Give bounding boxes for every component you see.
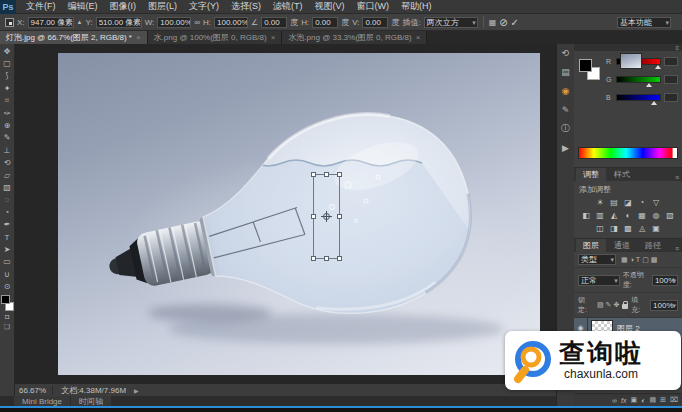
- tool-type[interactable]: T: [0, 231, 14, 243]
- layer-filter-icon[interactable]: ▦: [621, 256, 628, 264]
- quick-mask-button[interactable]: ◘: [0, 311, 14, 322]
- layers-panel-menu-icon[interactable]: ≡: [675, 245, 682, 252]
- angle-input[interactable]: 0.00: [261, 17, 287, 28]
- lock-icon[interactable]: ▨: [597, 301, 604, 309]
- lock-all-icon[interactable]: [622, 304, 628, 309]
- tool-lasso[interactable]: ⟆: [0, 70, 14, 82]
- tool-crop[interactable]: ⌗: [0, 95, 14, 107]
- adjustment-icon[interactable]: ◫: [595, 223, 606, 234]
- adjustment-icon[interactable]: ▤: [609, 197, 620, 208]
- channel-slider[interactable]: [616, 76, 661, 83]
- status-arrow-icon[interactable]: ▶: [134, 387, 139, 394]
- history-panel-icon[interactable]: ⟲: [558, 46, 574, 59]
- tab-close-icon[interactable]: ×: [136, 33, 141, 42]
- interpolation-select[interactable]: 两次立方: [424, 17, 478, 28]
- vskew-input[interactable]: 0.00: [362, 17, 388, 28]
- layer-filter-icon[interactable]: ▩: [651, 256, 658, 264]
- transform-reference-point[interactable]: [323, 213, 330, 220]
- new-group-icon[interactable]: ▤: [649, 396, 656, 404]
- tool-quick-selection[interactable]: ✦: [0, 82, 14, 94]
- actions-panel-icon[interactable]: ▶: [558, 141, 574, 154]
- width-input[interactable]: 100.00%: [157, 17, 191, 28]
- reference-point-locator[interactable]: [5, 18, 14, 27]
- transform-handle-top-middle[interactable]: [324, 172, 329, 177]
- panel-menu-icon[interactable]: ≡: [675, 174, 682, 181]
- tab-close-icon[interactable]: ×: [271, 33, 276, 42]
- x-input[interactable]: 947.00 像素: [28, 17, 74, 28]
- tool-clone-stamp[interactable]: ⊥: [0, 144, 14, 156]
- brush-panel-icon[interactable]: ✎: [558, 103, 574, 116]
- color-spectrum-bar[interactable]: [578, 147, 678, 159]
- collapse-panels-button[interactable]: ≡: [574, 44, 682, 51]
- panel-color-swatches[interactable]: [579, 59, 603, 83]
- maintain-aspect-icon[interactable]: ∞: [194, 18, 200, 27]
- tool-move[interactable]: ✥: [0, 45, 14, 57]
- tool-gradient[interactable]: ▧: [0, 181, 14, 193]
- layer-filter-icon[interactable]: ◑: [630, 256, 634, 264]
- add-mask-icon[interactable]: ▣: [631, 396, 638, 404]
- lock-icon[interactable]: ✥: [613, 301, 619, 309]
- document-image[interactable]: [58, 53, 540, 375]
- new-adjustment-icon[interactable]: ◐: [641, 397, 645, 404]
- adjustment-icon[interactable]: ▦: [637, 210, 648, 221]
- delete-layer-icon[interactable]: ⌧: [670, 396, 678, 404]
- layer-filter-select[interactable]: 类型: [578, 254, 616, 265]
- channel-value-box[interactable]: [664, 75, 678, 84]
- menu-item[interactable]: 图层(L): [142, 0, 183, 13]
- layer-filter-icon[interactable]: ▢: [642, 256, 649, 264]
- adjustment-icon[interactable]: ◧: [581, 210, 592, 221]
- transform-handle-middle-left[interactable]: [311, 214, 316, 219]
- tool-eyedropper[interactable]: ✑: [0, 107, 14, 119]
- tab-styles[interactable]: 样式: [607, 168, 637, 181]
- menu-item[interactable]: 文件(F): [20, 0, 62, 13]
- tool-eraser[interactable]: ▱: [0, 169, 14, 181]
- menu-item[interactable]: 文字(Y): [183, 0, 225, 13]
- tool-hand[interactable]: ∪: [0, 268, 14, 280]
- tab-close-icon[interactable]: ×: [416, 33, 421, 42]
- transform-handle-bottom-middle[interactable]: [324, 256, 329, 261]
- document-tab[interactable]: 水.png @ 100%(图层 0, RGB/8) ×: [148, 31, 283, 44]
- channel-slider-thumb[interactable]: [655, 65, 661, 69]
- color-swatches[interactable]: [0, 295, 14, 311]
- transform-handle-top-left[interactable]: [311, 172, 316, 177]
- adjustment-icon[interactable]: ◐: [623, 210, 634, 221]
- adjustment-icon[interactable]: ▣: [651, 223, 662, 234]
- hskew-input[interactable]: 0.00: [312, 17, 338, 28]
- y-input[interactable]: 510.00 像素: [96, 17, 142, 28]
- menu-item[interactable]: 选择(S): [225, 0, 267, 13]
- cancel-transform-icon[interactable]: ⊘: [499, 17, 507, 28]
- tool-rectangle[interactable]: ▭: [0, 256, 14, 268]
- adjustment-icon[interactable]: ▩: [623, 223, 634, 234]
- panel-foreground-swatch[interactable]: [579, 59, 592, 72]
- document-tab[interactable]: 水泡.png @ 33.3%(图层 0, RGB/8) ×: [282, 31, 427, 44]
- transform-handle-top-right[interactable]: [337, 172, 342, 177]
- relative-position-icon[interactable]: ▲: [77, 19, 83, 25]
- adjustment-icon[interactable]: ◔: [637, 197, 648, 208]
- blend-mode-select[interactable]: 正常: [578, 275, 620, 286]
- new-layer-icon[interactable]: ⊞: [660, 396, 666, 404]
- commit-transform-icon[interactable]: ✓: [511, 17, 519, 28]
- canvas-area[interactable]: [15, 44, 556, 384]
- tab-paths[interactable]: 路径: [638, 239, 668, 252]
- tab-channels[interactable]: 通道: [607, 239, 637, 252]
- layer-filter-icon[interactable]: T: [636, 256, 640, 264]
- adjustment-icon[interactable]: ◭: [609, 210, 620, 221]
- link-layers-icon[interactable]: ∞: [612, 397, 617, 404]
- info-panel-icon[interactable]: ⓘ: [558, 122, 574, 135]
- transform-handle-bottom-right[interactable]: [337, 256, 342, 261]
- channel-slider-thumb[interactable]: [646, 83, 652, 87]
- fill-input[interactable]: 100%: [650, 300, 678, 311]
- adjustment-icon[interactable]: ◨: [609, 223, 620, 234]
- free-transform-box[interactable]: [313, 174, 340, 259]
- menu-item[interactable]: 窗口(W): [351, 0, 396, 13]
- tab-adjustments[interactable]: 调整: [576, 168, 606, 181]
- bottom-panel-tab[interactable]: Mini Bridge: [14, 396, 70, 406]
- height-input[interactable]: 100.00%: [214, 17, 248, 28]
- properties-panel-icon[interactable]: ▤: [558, 65, 574, 78]
- tool-marquee[interactable]: ▢: [0, 57, 14, 69]
- tool-dodge[interactable]: ◔: [0, 206, 14, 218]
- channel-value-box[interactable]: [664, 57, 678, 66]
- workspace-select[interactable]: 基本功能: [617, 17, 671, 28]
- lock-icon[interactable]: ✎: [606, 301, 612, 309]
- transform-handle-middle-right[interactable]: [337, 214, 342, 219]
